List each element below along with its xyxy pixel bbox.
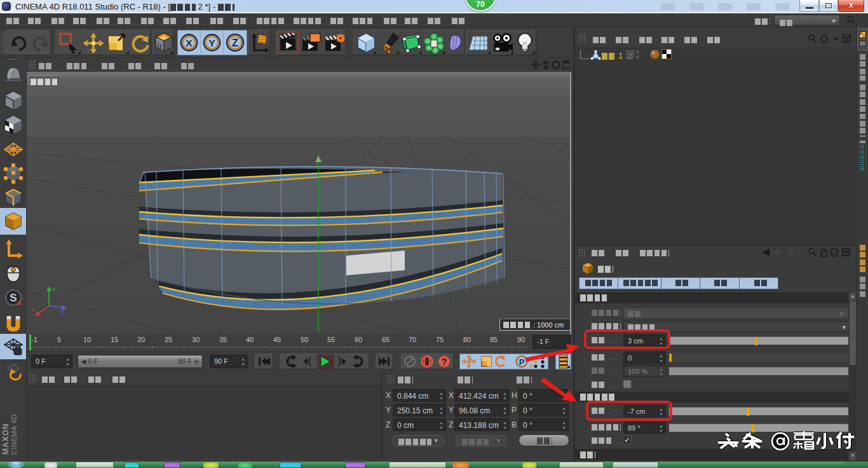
svg-text:X: X xyxy=(31,307,34,313)
svg-text:Y: Y xyxy=(52,286,56,292)
svg-text:?: ? xyxy=(442,357,447,367)
svg-text:Y: Y xyxy=(208,38,215,48)
svg-text:S: S xyxy=(10,292,17,304)
svg-text:P: P xyxy=(519,357,525,367)
svg-text:Z: Z xyxy=(232,38,238,48)
svg-text:X: X xyxy=(186,38,193,48)
svg-text:A: A xyxy=(832,250,836,256)
svg-text:Z: Z xyxy=(60,310,64,316)
